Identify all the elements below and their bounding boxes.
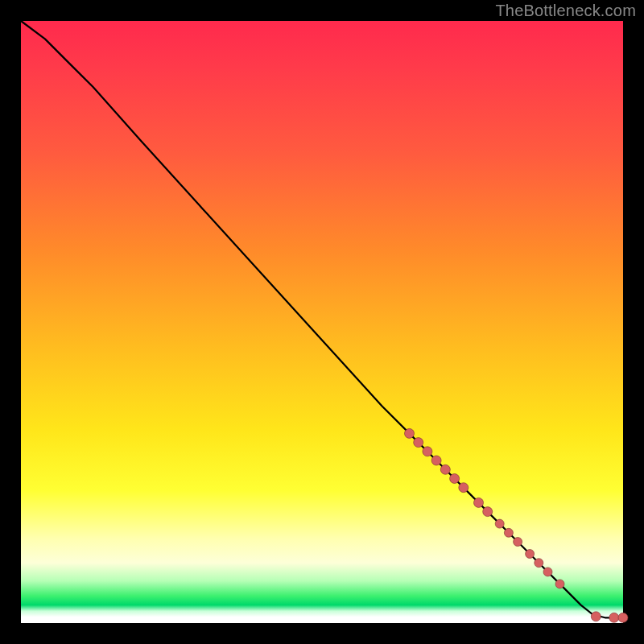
watermark-label: TheBottleneck.com bbox=[495, 2, 636, 20]
data-point bbox=[504, 528, 513, 537]
data-point bbox=[405, 428, 415, 438]
data-point bbox=[591, 612, 601, 621]
data-point bbox=[543, 568, 552, 576]
data-point bbox=[459, 483, 469, 493]
data-point bbox=[440, 464, 450, 474]
data-point bbox=[609, 613, 619, 622]
plot-area bbox=[21, 21, 623, 623]
data-point bbox=[450, 474, 460, 484]
data-point bbox=[414, 438, 423, 448]
bottleneck-curve bbox=[21, 21, 623, 617]
data-points bbox=[405, 428, 629, 622]
data-point bbox=[514, 538, 522, 547]
chart-overlay bbox=[21, 21, 623, 623]
data-point bbox=[555, 580, 564, 588]
data-point bbox=[431, 456, 441, 465]
data-point bbox=[526, 550, 535, 559]
data-point bbox=[535, 559, 543, 568]
data-point bbox=[618, 613, 628, 622]
chart-frame: TheBottleneck.com bbox=[0, 0, 644, 644]
data-point bbox=[474, 497, 484, 507]
data-point bbox=[483, 507, 493, 517]
data-point bbox=[495, 519, 504, 528]
data-point bbox=[423, 447, 432, 456]
